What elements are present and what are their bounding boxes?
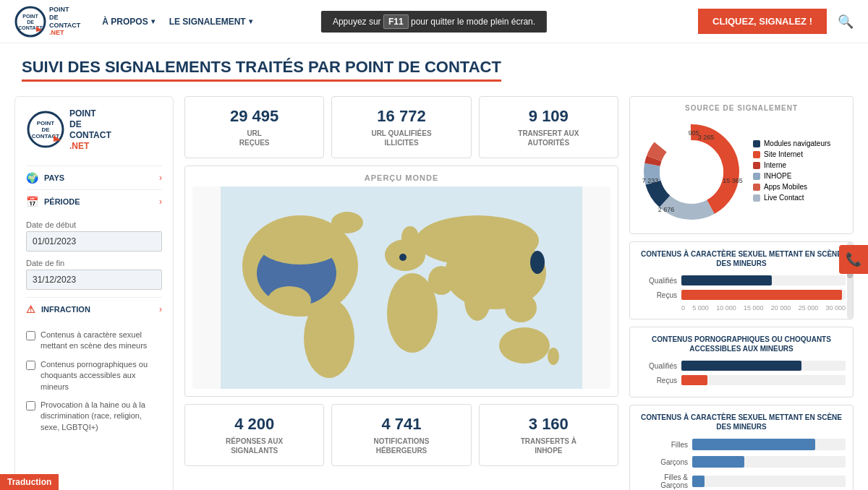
bar-chart-1: CONTENUS À CARACTÈRE SEXUEL METTANT EN S… [629,241,854,319]
svg-point-28 [499,327,550,364]
fullscreen-notice: Appuyez sur F11 pour quitter le mode ple… [321,11,547,33]
warning-icon: ⚠ [26,304,35,315]
pays-filter[interactable]: 🌍 PAYS › [26,166,162,189]
svg-point-36 [660,140,723,204]
svg-text:7 233: 7 233 [642,177,659,184]
bar-fill-qualifies-2 [681,361,801,371]
checkbox-1[interactable] [26,361,35,370]
phone-icon: 📞 [846,252,861,267]
svg-point-15 [331,212,363,233]
sidebar: POINT DE CONTACT POINTDECONTACT .NET 🌍 P… [14,96,174,490]
checkbox-2[interactable] [26,401,35,411]
logo-icon: POINT DE CONTACT [14,6,46,38]
map-container: APERÇU MONDE [184,166,618,397]
date-debut-group: Date de début [26,220,162,252]
bottom-stat-number-1: 4 741 [339,415,463,434]
legend-dot-5 [753,194,760,202]
logo-text: POINTDECONTACT.NET [49,6,80,37]
phone-float-button[interactable]: 📞 [839,245,868,274]
main-content: POINT DE CONTACT POINTDECONTACT .NET 🌍 P… [0,89,868,490]
nav-a-propos[interactable]: À PROPOS ▾ [102,17,154,27]
stat-label-0: URLREÇUES [192,129,316,147]
sidebar-logo-icon: POINT DE CONTACT [26,110,65,149]
svg-point-27 [530,251,545,274]
donut-svg: 3 265 15 365 7 233 2 676 905 [637,118,746,226]
map-svg [192,186,610,389]
nav-le-signalement[interactable]: LE SIGNALEMENT ▾ [169,17,252,27]
gender-bar-filles [692,439,815,450]
bar-axis-1: 0 5 000 10 000 15 000 20 000 25 000 30 0… [637,304,846,311]
header: POINT DE CONTACT POINTDECONTACT.NET À PR… [0,0,868,43]
svg-point-20 [401,226,419,248]
right-panel: SOURCE DE SIGNALEMENT [629,96,854,490]
legend-dot-3 [753,173,760,180]
bottom-stat-label-1: NOTIFICATIONSHÉBERGEURS [339,437,463,455]
calendar-icon: 📅 [26,196,38,207]
infraction-chevron-icon: › [159,304,162,314]
svg-text:3 265: 3 265 [698,134,715,141]
svg-point-16 [304,298,354,378]
globe-icon: 🌍 [26,172,38,184]
legend-dot-0 [753,140,760,147]
donut-area: 3 265 15 365 7 233 2 676 905 Modules nav… [637,118,846,226]
bar-chart-2-title: CONTENUS PORNOGRAPHIQUES OU CHOQUANTS AC… [637,335,846,353]
bar-row-recus-2: Reçus [637,375,846,385]
bottom-stats-row: 4 200 RÉPONSES AUXSIGNALANTS 4 741 NOTIF… [184,404,618,466]
center-area: 29 495 URLREÇUES 16 772 URL QUALIFIÉESIL… [184,96,618,490]
checkbox-0[interactable] [26,331,35,340]
svg-text:DE: DE [27,20,34,25]
svg-point-19 [392,242,401,254]
sidebar-logo-text: POINTDECONTACT .NET [69,108,111,151]
bottom-stat-label-0: RÉPONSES AUXSIGNALANTS [192,437,316,455]
legend-item-3: INHOPE [753,172,830,180]
legend: Modules navigateurs Site Internet Intern… [753,139,830,205]
bar-chart-1-title: CONTENUS À CARACTÈRE SEXUEL METTANT EN S… [637,249,846,268]
bar-fill-qualifies-1 [681,275,772,285]
stat-card-2: 9 109 TRANSFERT AUXAUTORITÉS [479,96,618,158]
svg-text:DE: DE [41,126,50,133]
bar-row-qualifies-2: Qualifiés [637,361,846,371]
logo-area: POINT DE CONTACT POINTDECONTACT.NET [14,6,80,38]
svg-text:2 676: 2 676 [658,206,675,213]
bottom-stat-number-0: 4 200 [192,415,316,434]
date-fin-input[interactable] [26,270,162,290]
traduction-label: Traduction [7,477,51,487]
svg-point-13 [257,221,344,265]
gender-bar-garcons [692,456,744,468]
bar-chart-3: CONTENUS À CARACTÈRE SEXUEL METTANT EN S… [629,405,854,490]
page-title: SUIVI DES SIGNALEMENTS TRAITÉS PAR POINT… [22,58,501,82]
stat-card-0: 29 495 URLREÇUES [184,96,324,158]
gender-row-filles: Filles [637,439,846,450]
stat-number-1: 16 772 [339,107,463,126]
gender-row-filles-garcons: Filles & Garçons [637,473,846,489]
bottom-stat-card-2: 3 160 TRANSFERTS ÀINHOPE [479,404,618,466]
legend-item-1: Site Internet [753,150,830,158]
svg-point-29 [548,348,559,365]
svg-text:POINT: POINT [22,14,38,19]
stat-number-2: 9 109 [487,107,610,126]
bar-row-qualifies-1: Qualifiés [637,275,846,285]
checkbox-item-2: Provocation à la haine ou à la discrimin… [26,400,162,433]
traduction-bar: Traduction [0,474,59,490]
search-icon[interactable]: 🔍 [838,14,854,30]
bar-chart-3-title: CONTENUS À CARACTÈRE SEXUEL METTANT EN S… [637,413,846,431]
legend-item-5: Live Contact [753,194,830,202]
donut-chart-title: SOURCE DE SIGNALEMENT [637,104,846,112]
bar-chart-2: CONTENUS PORNOGRAPHIQUES OU CHOQUANTS AC… [629,327,854,397]
svg-text:POINT: POINT [37,120,55,126]
date-fin-group: Date de fin [26,259,162,290]
periode-chevron-icon: › [159,197,162,207]
gender-row-garcons: Garçons [637,456,846,468]
periode-filter[interactable]: 📅 PÉRIODE › [26,189,162,213]
bottom-stat-card-0: 4 200 RÉPONSES AUXSIGNALANTS [184,404,324,466]
infraction-filter[interactable]: ⚠ INFRACTION › [26,297,162,321]
cta-button[interactable]: CLIQUEZ, SIGNALEZ ! [698,9,827,34]
checkbox-item-0: Contenus à caractère sexuel mettant en s… [26,330,162,352]
gender-bar-filles-garcons [692,476,705,487]
date-debut-input[interactable] [26,231,162,252]
svg-point-25 [464,280,490,321]
legend-dot-1 [753,151,760,158]
bar-fill-recus-1 [681,290,842,300]
svg-point-26 [505,293,537,322]
svg-point-18 [399,254,407,261]
